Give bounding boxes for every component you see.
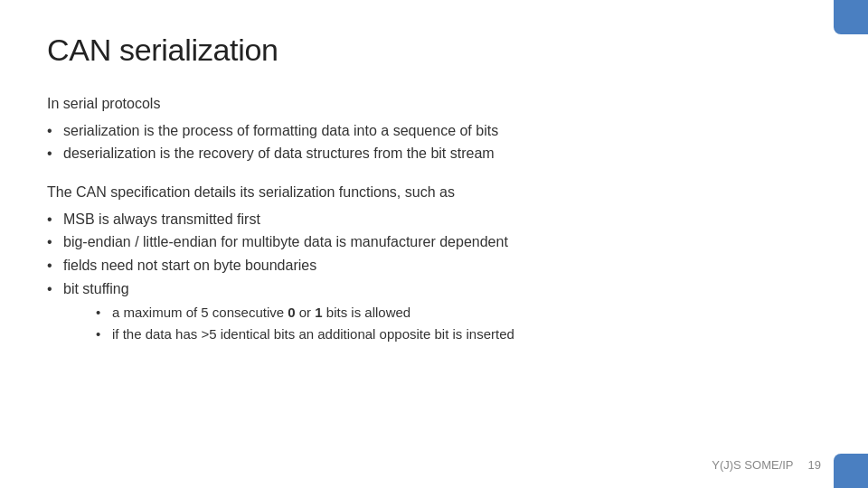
list-item: big-endian / little-endian for multibyte… <box>47 230 821 254</box>
section-serialization: In serial protocols serialization is the… <box>47 93 821 165</box>
list-item: fields need not start on byte boundaries <box>47 254 821 277</box>
section2-bullet-list: MSB is always transmitted first big-endi… <box>47 208 821 345</box>
slide-title: CAN serialization <box>47 33 821 68</box>
slide: CAN serialization In serial protocols se… <box>0 0 868 488</box>
corner-decoration-bottom-right <box>834 454 868 488</box>
section-can-spec: The CAN specification details its serial… <box>47 182 821 345</box>
corner-decoration-top-right <box>834 0 868 34</box>
section2-intro: The CAN specification details its serial… <box>47 182 821 204</box>
slide-content: In serial protocols serialization is the… <box>47 93 821 345</box>
sub-list-item: if the data has >5 identical bits an add… <box>96 324 821 345</box>
section1-intro: In serial protocols <box>47 93 821 116</box>
sub-list-item: a maximum of 5 consecutive 0 or 1 bits i… <box>96 302 821 324</box>
list-item: deserialization is the recovery of data … <box>47 142 821 165</box>
section1-bullet-list: serialization is the process of formatti… <box>47 119 821 165</box>
footer-page-number: 19 <box>808 458 821 472</box>
footer-label: Y(J)S SOME/IP <box>712 458 793 472</box>
slide-footer: Y(J)S SOME/IP 19 <box>712 458 821 472</box>
list-item: serialization is the process of formatti… <box>47 119 821 143</box>
list-item-bit-stuffing: bit stuffing a maximum of 5 consecutive … <box>47 277 821 346</box>
list-item: MSB is always transmitted first <box>47 208 821 231</box>
sub-bullet-list: a maximum of 5 consecutive 0 or 1 bits i… <box>63 302 821 345</box>
